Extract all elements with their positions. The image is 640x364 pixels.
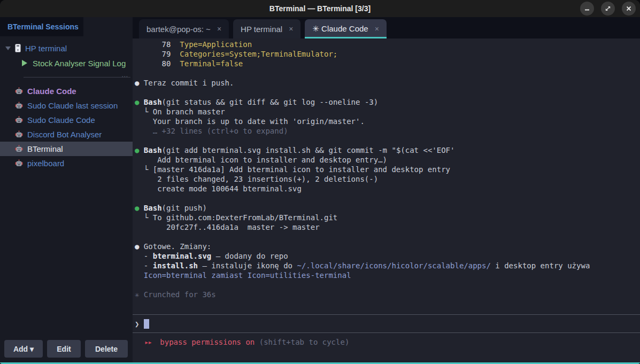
terminal-pane[interactable]: 78 Type=Application 79 Categories=System… xyxy=(133,38,640,362)
window-controls xyxy=(580,2,636,16)
session-item-label: Claude Code xyxy=(27,87,76,96)
robot-icon xyxy=(15,116,23,124)
terminal-text-segment: (git add bterminal.svg install.sh && git… xyxy=(162,146,455,154)
robot-icon xyxy=(15,159,23,167)
terminal-line: 2 files changed, 23 insertions(+), 2 del… xyxy=(135,174,640,184)
terminal-line: ● Bash(git add bterminal.svg install.sh … xyxy=(135,145,640,155)
terminal-text-segment: (git push) xyxy=(162,204,207,212)
sidebar-header: BTerminal Sessions xyxy=(0,17,83,36)
tab-close-icon[interactable]: × xyxy=(289,25,293,33)
terminal-text-segment: Bash xyxy=(139,204,161,212)
terminal-text-segment: Gotowe. Zmiany: xyxy=(139,242,211,251)
terminal-text-segment: — instaluje ikonę do xyxy=(198,261,297,270)
session-item-label: Discord Bot Analyser xyxy=(27,130,102,139)
bypass-mode-label: bypass permissions on xyxy=(160,338,255,346)
close-button[interactable] xyxy=(622,2,636,16)
terminal-text-segment: ✳ Crunched for 36s xyxy=(135,290,216,299)
tab-claude-code[interactable]: ✳ Claude Code × xyxy=(305,19,386,38)
robot-icon xyxy=(15,87,23,95)
terminal-text-segment: Bash xyxy=(139,146,161,154)
maximize-icon xyxy=(605,5,611,12)
terminal-line: └ [master 416da1a] Add bterminal icon to… xyxy=(135,165,640,174)
terminal-text-segment: 80 xyxy=(135,59,171,68)
tab-label: ✳ Claude Code xyxy=(312,24,368,34)
tab-close-icon[interactable]: × xyxy=(375,25,379,33)
terminal-text-segment: — dodany do repo xyxy=(211,252,288,260)
terminal-text-segment: 79 xyxy=(135,50,171,58)
tree-item-hp-terminal[interactable]: HP terminal xyxy=(0,41,133,56)
terminal-line: ● Gotowe. Zmiany: xyxy=(135,242,640,251)
sidebar-buttons: Add ▾ Edit Delete xyxy=(0,340,133,362)
tab-label: HP terminal xyxy=(241,25,282,34)
terminal-line: ✳ Crunched for 36s xyxy=(135,290,640,299)
sidebar-title: BTerminal Sessions xyxy=(7,22,79,31)
terminal-line: Icon=bterminal zamiast Icon=utilities-te… xyxy=(135,270,640,280)
terminal-line xyxy=(135,280,640,290)
add-session-button[interactable]: Add ▾ xyxy=(4,340,43,358)
prompt-icon: ❯ xyxy=(135,320,139,328)
terminal-text-segment: 2 files changed, 23 insertions(+), 2 del… xyxy=(135,175,378,183)
terminal-text-segment: i desktop entry używa xyxy=(491,261,590,270)
sessions-sidebar: BTerminal Sessions HP terminal xyxy=(0,17,133,362)
session-item-label: BTerminal xyxy=(27,144,63,153)
terminal-text-segment: Categories=System;TerminalEmulator; xyxy=(171,50,337,58)
terminal-line: Add bterminal icon to installer and desk… xyxy=(135,155,640,165)
maximize-button[interactable] xyxy=(601,2,615,16)
terminal-line xyxy=(135,88,640,97)
tree-item-stock-analyser-signal-log[interactable]: Stock Analyser Signal Log xyxy=(0,56,133,71)
terminal-line: create mode 100644 bterminal.svg xyxy=(135,184,640,193)
session-item-sudo-claude-code[interactable]: Sudo Claude Code xyxy=(0,113,133,127)
session-item-claude-code[interactable]: Claude Code xyxy=(0,84,133,98)
minimize-button[interactable] xyxy=(580,2,594,16)
sidebar-divider: ⋯ xyxy=(24,77,130,78)
terminal-text-segment: Type=Application xyxy=(171,40,252,49)
tab-label: bartek@pop-os: ~ xyxy=(146,25,211,34)
minimize-icon xyxy=(584,5,590,12)
robot-icon xyxy=(15,102,23,110)
terminal-text-segment: … +32 lines (ctrl+o to expand) xyxy=(135,127,288,135)
session-item-bterminal[interactable]: BTerminal xyxy=(0,142,133,156)
titlebar[interactable]: BTerminal — BTerminal [3/3] xyxy=(0,0,640,17)
chevron-down-icon[interactable] xyxy=(4,47,12,50)
terminal-line: 79 Categories=System;TerminalEmulator; xyxy=(135,49,640,59)
terminal-output: 78 Type=Application 79 Categories=System… xyxy=(133,38,640,299)
bypass-arrows-icon: ▸▸ xyxy=(144,338,151,346)
tab-close-icon[interactable]: × xyxy=(217,25,221,33)
terminal-line xyxy=(135,193,640,203)
terminal-text-segment: bterminal.svg xyxy=(153,252,212,260)
session-item-label: pixelboard xyxy=(27,159,64,168)
cycle-hint-text: (shift+tab to cycle) xyxy=(259,338,350,346)
terminal-line: 20fc27f..416da1a master -> master xyxy=(135,222,640,232)
terminal-line xyxy=(135,232,640,242)
terminal-line xyxy=(135,136,640,145)
terminal-text-segment: └ On branch master xyxy=(135,107,225,116)
session-item-sudo-claude-last-session[interactable]: Sudo Claude last session xyxy=(0,98,133,113)
terminal-text-segment: create mode 100644 bterminal.svg xyxy=(135,184,302,193)
terminal-line: - bterminal.svg — dodany do repo xyxy=(135,251,640,261)
session-list: Claude Code Sudo Claude last session Sud… xyxy=(0,84,133,171)
terminal-text-segment: Icon=bterminal zamiast Icon=utilities-te… xyxy=(135,271,351,280)
session-item-label: Sudo Claude Code xyxy=(27,115,95,125)
terminal-text-segment: 20fc27f..416da1a master -> master xyxy=(135,223,320,231)
terminal-text-segment: 78 xyxy=(135,40,171,49)
tree-item-label: HP terminal xyxy=(25,44,67,53)
terminal-line: ● Teraz commit i push. xyxy=(135,78,640,88)
session-item-pixelboard[interactable]: pixelboard xyxy=(0,156,133,171)
terminal-column: bartek@pop-os: ~ × HP terminal × ✳ Claud… xyxy=(133,17,640,362)
robot-icon xyxy=(15,130,23,138)
divider-dots: ⋯ xyxy=(121,73,128,80)
claude-input-block: ❯ ▸▸ bypass permissions on (shift+tab to… xyxy=(133,314,640,346)
terminal-line: Your branch is up to date with 'origin/m… xyxy=(135,117,640,126)
terminal-text-segment: └ [master 416da1a] Add bterminal icon to… xyxy=(135,165,450,174)
tab-bartek-pop-os[interactable]: bartek@pop-os: ~ × xyxy=(139,19,229,38)
delete-session-button[interactable]: Delete xyxy=(85,340,128,358)
tab-bar: bartek@pop-os: ~ × HP terminal × ✳ Claud… xyxy=(133,17,640,38)
terminal-line: ● Bash(git status && git diff && git log… xyxy=(135,97,640,107)
sidebar-spacer xyxy=(0,171,133,340)
permissions-status[interactable]: ▸▸ bypass permissions on (shift+tab to c… xyxy=(133,338,640,346)
terminal-text-segment: (git status && git diff && git log --one… xyxy=(162,98,379,106)
tab-hp-terminal[interactable]: HP terminal × xyxy=(233,19,300,38)
edit-session-button[interactable]: Edit xyxy=(47,340,81,358)
session-item-discord-bot-analyser[interactable]: Discord Bot Analyser xyxy=(0,127,133,142)
claude-prompt-input[interactable]: ❯ xyxy=(133,314,640,333)
